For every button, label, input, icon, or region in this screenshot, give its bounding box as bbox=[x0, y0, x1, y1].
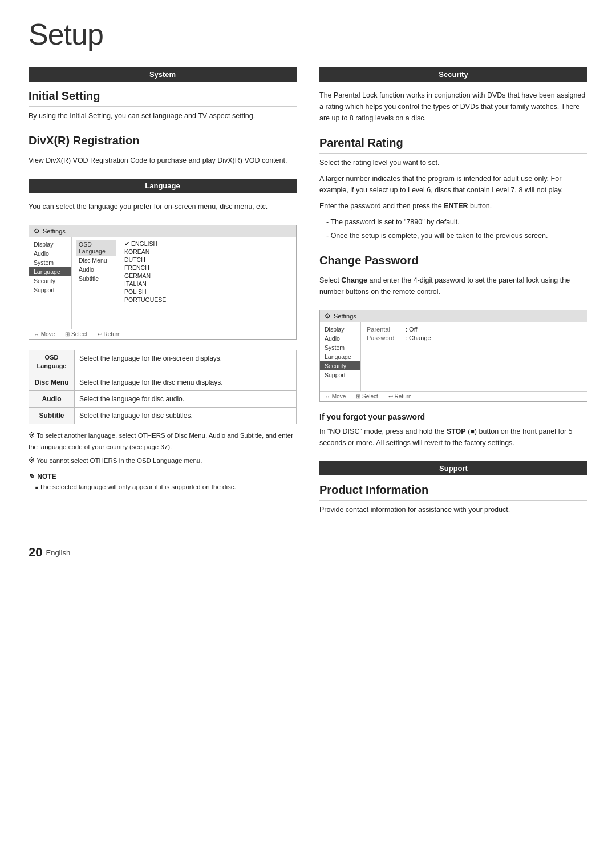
language-list: ✔ ENGLISH KOREAN DUTCH FRENCH GERMAN ITA… bbox=[122, 240, 168, 304]
sec-footer-return: ↩ Return bbox=[388, 393, 412, 400]
language-settings-box: ⚙ Settings Display Audio System Language… bbox=[29, 225, 297, 340]
lang-korean[interactable]: KOREAN bbox=[122, 248, 168, 256]
page-footer: 20 English bbox=[29, 545, 587, 560]
settings-menu: Display Audio System Language Security S… bbox=[29, 237, 72, 329]
footer-move: ↔ Move bbox=[34, 331, 55, 337]
lang-german[interactable]: GERMAN bbox=[122, 272, 168, 280]
note-symbol-2: ※ bbox=[29, 456, 35, 465]
security-intro: The Parental Lock function works in conj… bbox=[319, 90, 587, 124]
parental-value: : Off bbox=[406, 326, 418, 333]
sec-menu-security[interactable]: Security bbox=[320, 361, 360, 370]
system-header: System bbox=[29, 67, 297, 82]
page-title: Setup bbox=[29, 17, 587, 51]
menu-item-display[interactable]: Display bbox=[29, 240, 71, 249]
lang-dutch[interactable]: DUTCH bbox=[122, 256, 168, 264]
change-password-title: Change Password bbox=[319, 254, 587, 271]
security-settings-title: Settings bbox=[334, 313, 356, 320]
sub-menu-audio-sub[interactable]: Audio bbox=[76, 265, 116, 274]
table-cell-audio-desc: Select the language for disc audio. bbox=[75, 390, 297, 407]
footer-return: ↩ Return bbox=[98, 331, 121, 337]
if-forgot-title: If you forgot your password bbox=[319, 412, 587, 421]
table-cell-subtitle-desc: Select the language for disc subtitles. bbox=[75, 407, 297, 424]
support-header: Support bbox=[319, 461, 587, 475]
gear-icon-2: ⚙ bbox=[325, 312, 331, 320]
initial-setting-title: Initial Setting bbox=[29, 90, 297, 107]
note-pencil-icon: ✎ bbox=[29, 473, 34, 481]
language-table: OSDLanguage Select the language for the … bbox=[29, 350, 297, 424]
language-intro: You can select the language you prefer f… bbox=[29, 201, 297, 212]
divxr-registration-title: DivX(R) Registration bbox=[29, 134, 297, 151]
change-bold: Change bbox=[341, 276, 367, 284]
table-cell-osd-desc: Select the language for the on-screen di… bbox=[75, 350, 297, 374]
table-cell-discmenu-desc: Select the language for the disc menu di… bbox=[75, 374, 297, 390]
table-row: Audio Select the language for disc audio… bbox=[29, 390, 297, 407]
table-cell-audio-label: Audio bbox=[29, 390, 75, 407]
note-item: The selected language will only appear i… bbox=[35, 483, 297, 490]
sec-menu-display[interactable]: Display bbox=[320, 325, 360, 334]
product-information-title: Product Information bbox=[319, 483, 587, 501]
menu-item-support[interactable]: Support bbox=[29, 285, 71, 295]
gear-icon: ⚙ bbox=[34, 227, 40, 235]
table-cell-subtitle-label: Subtitle bbox=[29, 407, 75, 424]
initial-setting-body: By using the Initial Setting, you can se… bbox=[29, 110, 297, 122]
password-value: : Change bbox=[406, 334, 431, 341]
parental-rating-title: Parental Rating bbox=[319, 136, 587, 154]
sec-menu-support[interactable]: Support bbox=[320, 370, 360, 380]
menu-item-language[interactable]: Language bbox=[29, 267, 71, 276]
password-label: Password bbox=[367, 334, 401, 341]
product-information-body: Provide contact information for assistan… bbox=[319, 504, 587, 515]
enter-bold: ENTER bbox=[444, 202, 468, 210]
page-number: 20 bbox=[29, 545, 42, 560]
left-column: System Initial Setting By using the Init… bbox=[29, 67, 297, 528]
menu-item-security[interactable]: Security bbox=[29, 276, 71, 285]
settings-box-title: Settings bbox=[43, 228, 66, 235]
table-row: Subtitle Select the language for disc su… bbox=[29, 407, 297, 424]
menu-item-system[interactable]: System bbox=[29, 258, 71, 267]
change-password-body: Select Change and enter the 4-digit pass… bbox=[319, 275, 587, 297]
table-row: OSDLanguage Select the language for the … bbox=[29, 350, 297, 374]
language-header: Language bbox=[29, 179, 297, 193]
footer-select: ⊞ Select bbox=[65, 331, 87, 337]
sec-menu-language[interactable]: Language bbox=[320, 352, 360, 361]
notes-section: ※ To select another language, select OTH… bbox=[29, 430, 297, 467]
lang-portuguese[interactable]: PORTUGUESE bbox=[122, 296, 168, 304]
sec-menu-audio[interactable]: Audio bbox=[320, 334, 360, 343]
sec-footer-move: ↔ Move bbox=[325, 393, 346, 400]
note-box: ✎ NOTE The selected language will only a… bbox=[29, 473, 297, 490]
note-list: The selected language will only appear i… bbox=[29, 483, 297, 490]
security-menu: Display Audio System Language Security S… bbox=[320, 322, 361, 391]
lang-french[interactable]: FRENCH bbox=[122, 264, 168, 272]
divxr-registration-body: View DivX(R) VOD Registration Code to pu… bbox=[29, 155, 297, 166]
sub-menu: OSD Language Disc Menu Audio Subtitle bbox=[76, 240, 116, 304]
parental-rating-bullets: The password is set to "7890" by default… bbox=[319, 216, 587, 241]
table-cell-osd-label: OSDLanguage bbox=[29, 350, 75, 374]
sub-menu-disc-menu[interactable]: Disc Menu bbox=[76, 256, 116, 265]
table-row: Disc Menu Select the language for the di… bbox=[29, 374, 297, 390]
lang-english[interactable]: ✔ ENGLISH bbox=[122, 240, 168, 248]
bullet-item-1: The password is set to "7890" by default… bbox=[319, 216, 587, 228]
note-symbol-1: ※ bbox=[29, 431, 35, 439]
lang-polish[interactable]: POLISH bbox=[122, 288, 168, 296]
right-column: Security The Parental Lock function work… bbox=[319, 67, 587, 528]
settings-content: OSD Language Disc Menu Audio Subtitle ✔ … bbox=[72, 237, 296, 329]
bullet-item-2: Once the setup is complete, you will be … bbox=[319, 230, 587, 241]
parental-rating-body: Select the rating level you want to set.… bbox=[319, 157, 587, 241]
sub-menu-osd[interactable]: OSD Language bbox=[76, 240, 116, 256]
security-header: Security bbox=[319, 67, 587, 82]
note-title: ✎ NOTE bbox=[29, 473, 297, 481]
menu-item-audio[interactable]: Audio bbox=[29, 249, 71, 258]
sec-footer-select: ⊞ Select bbox=[356, 393, 378, 400]
stop-bold: STOP bbox=[447, 427, 466, 435]
content-row-parental: Parental : Off bbox=[367, 326, 581, 333]
lang-italian[interactable]: ITALIAN bbox=[122, 280, 168, 288]
page-language: English bbox=[46, 548, 70, 557]
settings-footer: ↔ Move ⊞ Select ↩ Return bbox=[29, 329, 296, 339]
parental-label: Parental bbox=[367, 326, 401, 333]
security-content: Parental : Off Password : Change bbox=[361, 322, 587, 391]
sec-menu-system[interactable]: System bbox=[320, 343, 360, 352]
content-row-password: Password : Change bbox=[367, 334, 581, 341]
if-forgot-body: In "NO DISC" mode, press and hold the ST… bbox=[319, 426, 587, 449]
security-settings-footer: ↔ Move ⊞ Select ↩ Return bbox=[320, 391, 587, 401]
security-settings-box: ⚙ Settings Display Audio System Language… bbox=[319, 310, 587, 402]
sub-menu-subtitle[interactable]: Subtitle bbox=[76, 274, 116, 283]
